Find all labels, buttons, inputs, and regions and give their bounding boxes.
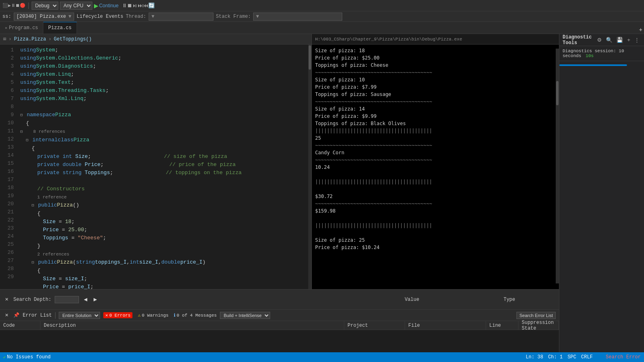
output-line: |||||||||||||||||||||||||||||||||||||||| — [315, 178, 556, 185]
stack-selector[interactable]: ▼ — [253, 13, 342, 21]
output-line: $159.98 — [315, 207, 556, 215]
diagnostic-tools-panel: Diagnostic Tools ⚙ 🔍 💾 + ⋮ Diagnostics s… — [559, 34, 644, 352]
close-errorlist-button[interactable]: ✕ — [3, 312, 10, 319]
tab-program[interactable]: ✕ Program.cs — [0, 22, 43, 34]
code-line: Price = price_I; — [20, 283, 308, 289]
ss-label: ss: — [2, 14, 11, 19]
editor-scrollbar[interactable] — [308, 45, 311, 289]
diag-save-button[interactable]: 💾 — [615, 36, 624, 43]
code-line: using System.Linq; — [20, 70, 308, 79]
separator — [28, 2, 29, 9]
output-line: |||||||||||||||||||||||||||||||||||||||| — [315, 127, 556, 134]
left-content: ⊞ › Pizza.Pizza › GetToppings() 1 2 3 4 — [0, 34, 559, 352]
editor-output: ⊞ › Pizza.Pizza › GetToppings() 1 2 3 4 — [0, 34, 559, 289]
search-error-button[interactable]: Search Error List — [516, 312, 556, 319]
watch-toolbar: ✕ Search Depth: ◀ ▶ Value Type — [0, 290, 559, 310]
status-bar: ✔ No Issues found Ln: 38 Ch: 1 SPC CRLF … — [0, 352, 644, 362]
output-scrollbar[interactable] — [556, 49, 559, 283]
build-intellisense-select[interactable]: Build + IntelliSense — [220, 312, 270, 319]
output-header: H:\003_CSharp\Chapter_9\Pizza\Pizza\bin\… — [312, 34, 559, 45]
output-line: Size of pizza: 14 — [315, 105, 556, 113]
tab-label: Program.cs — [9, 25, 38, 31]
output-line: Price of pizza: $10.24 — [315, 244, 556, 251]
code-line: { — [20, 267, 308, 275]
col-header-code: Code — [0, 321, 41, 330]
code-line: private double Price; // price of the pi… — [20, 161, 308, 169]
chevron-icon: ▼ — [68, 14, 71, 19]
diag-title: Diagnostic Tools — [563, 34, 596, 46]
diag-settings-button[interactable]: ⚙ — [596, 36, 603, 43]
play-icon: ▶ — [94, 2, 98, 9]
close-icon[interactable]: ✕ — [5, 26, 7, 30]
code-line: Size = 18; — [20, 218, 308, 226]
code-line: { — [20, 119, 308, 128]
col-header-project: Project — [344, 321, 405, 330]
diag-icons: ⚙ 🔍 💾 + ⋮ — [596, 36, 641, 43]
errors-count: 0 Errors — [109, 313, 131, 318]
spc-label: SPC — [567, 354, 576, 360]
add-tab-button[interactable]: + — [638, 26, 644, 34]
toolbar-icons: ⬛▶⏸⏹🔴 — [2, 3, 26, 8]
status-ln: Ln: 38 — [526, 354, 543, 360]
main-window: ⬛▶⏸⏹🔴 Debug Any CPU ▶ Continue ⏸⏹⏯⏭⏮🔄 ss… — [0, 0, 644, 362]
scrollbar-thumb — [556, 81, 559, 105]
search-forward-button[interactable]: ▶ — [92, 296, 98, 303]
error-table-header: Code Description Project File Line — [0, 321, 559, 330]
code-line: using System.Xml.Linq; — [20, 95, 308, 103]
warnings-count: 0 Warnings — [142, 313, 168, 318]
search-error-label: Search Error — [606, 354, 641, 360]
code-line: Price = 25.00; — [20, 226, 308, 234]
code-line: using System.Text; — [20, 79, 308, 87]
code-line: using System; — [20, 46, 308, 54]
search-depth-input[interactable] — [55, 296, 79, 303]
output-content[interactable]: Size of pizza: 18 Price of pizza: $25.00… — [312, 45, 559, 289]
col-file-label: File — [408, 323, 420, 328]
code-line: { — [20, 145, 308, 153]
solution-scope-select[interactable]: Entire Solution — [59, 312, 100, 319]
code-line: private int Size; // size of the pizza — [20, 153, 308, 161]
code-line: Toppings = "Cheese"; — [20, 234, 308, 242]
debug-mode-select[interactable]: Debug — [32, 2, 58, 10]
error-list-title: Error List — [23, 313, 52, 318]
tab-pizza[interactable]: Pizza.cs — [43, 22, 77, 34]
output-line — [315, 185, 556, 193]
info-icon: ℹ — [174, 313, 175, 318]
code-text[interactable]: using System; using System.Collections.G… — [17, 45, 308, 289]
process-label: [20340] Pizza.exe — [17, 14, 66, 19]
continue-button[interactable]: ▶ Continue — [94, 2, 119, 9]
stack-label: Stack Frame: — [216, 14, 251, 19]
continue-label: Continue — [99, 3, 119, 9]
output-line: $30.72 — [315, 193, 556, 200]
crlf-label: CRLF — [581, 354, 593, 360]
output-line: Price of pizza: $9.99 — [315, 113, 556, 120]
warning-triangle-icon: ⚠ — [138, 313, 141, 318]
close-watch-button[interactable]: ✕ — [3, 296, 10, 303]
diag-search-button[interactable]: 🔍 — [605, 36, 614, 43]
code-line: // Constructors — [20, 185, 308, 193]
code-line: ⊟ public Pizza ( string toppings_I , int… — [20, 258, 308, 267]
messages-count: 0 of 4 Messages — [177, 313, 217, 318]
code-line: ⊟namespace Pizza — [20, 111, 308, 119]
diag-session: Diagnostics session: 10 seconds 10s — [559, 46, 644, 61]
process-selector[interactable]: [20340] Pizza.exe ▼ — [14, 13, 75, 21]
code-line: using System.Diagnostics; — [20, 62, 308, 70]
breadcrumb-method: GetToppings() — [54, 36, 92, 42]
col-line-label: Line — [489, 323, 501, 328]
type-col-header: Type — [503, 297, 515, 302]
diag-menu-button[interactable]: ⋮ — [633, 36, 641, 43]
thread-selector[interactable]: ▼ — [149, 13, 213, 21]
output-line — [315, 171, 556, 178]
search-depth-label: Search Depth: — [13, 297, 51, 302]
search-back-button[interactable]: ◀ — [82, 296, 89, 303]
output-line: Price of pizza: $7.99 — [315, 83, 556, 91]
col-code-label: Code — [3, 323, 15, 328]
col-header-desc: Description — [41, 321, 344, 330]
diag-add-button[interactable]: + — [626, 36, 631, 43]
col-header-line: Line — [486, 321, 518, 330]
ch-label: Ch: 1 — [548, 354, 563, 360]
bottom-area: ✕ Search Depth: ◀ ▶ Value Type ✕ 📌 Error… — [0, 289, 559, 352]
breadcrumb-class: Pizza.Pizza — [14, 36, 46, 42]
status-spc: SPC — [567, 354, 576, 360]
output-line: Toppings of pizza: Sausage — [315, 91, 556, 98]
cpu-select[interactable]: Any CPU — [60, 2, 92, 10]
